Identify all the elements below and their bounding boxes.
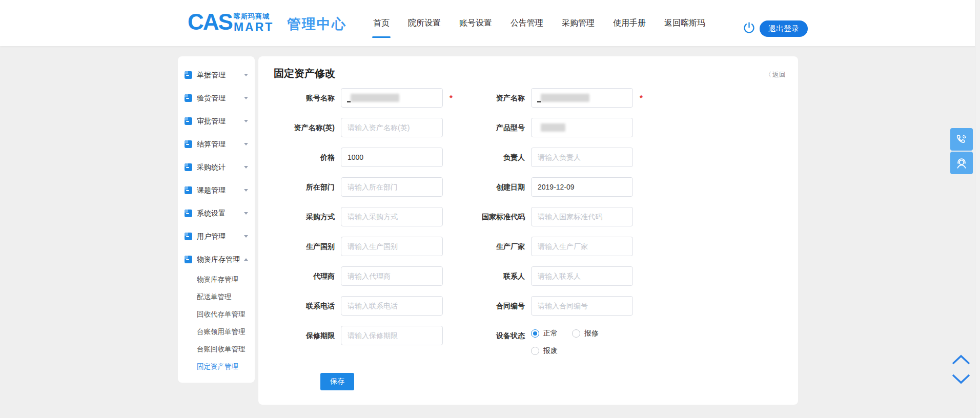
- chevron-down-icon: [244, 189, 248, 192]
- casmart-logo[interactable]: CAS 喀斯玛商城 MART: [188, 11, 274, 33]
- asset-name-en-label: 资产名称(英): [258, 118, 335, 137]
- sidebar-item-project-management[interactable]: 课题管理: [178, 179, 255, 202]
- fixed-asset-form: 账号名称 * 资产名称 * 资产名称(英): [258, 83, 798, 359]
- asset-name-input[interactable]: [531, 88, 633, 108]
- admin-center-title: 管理中心: [287, 15, 346, 33]
- sidebar-item-approval-management[interactable]: 审批管理: [178, 110, 255, 133]
- nav-home[interactable]: 首页: [373, 18, 390, 29]
- nav-purchase-management[interactable]: 采购管理: [562, 18, 595, 29]
- sidebar-subitem-fixed-asset-management[interactable]: 固定资产管理: [178, 358, 255, 375]
- purchase-method-label: 采购方式: [258, 207, 335, 226]
- sidebar-item-inspection-management[interactable]: 验货管理: [178, 87, 255, 110]
- purchase-method-input[interactable]: [341, 207, 443, 226]
- price-input[interactable]: [341, 148, 443, 167]
- asset-name-en-input[interactable]: [341, 118, 443, 137]
- product-model-input[interactable]: [531, 118, 633, 137]
- logout-button[interactable]: 退出登录: [760, 20, 808, 37]
- nav-institute-settings[interactable]: 院所设置: [408, 18, 441, 29]
- contact-phone-label: 联系电话: [258, 296, 335, 316]
- contact-person-input[interactable]: [531, 266, 633, 286]
- chevron-up-icon: [951, 353, 971, 366]
- phone-icon: [955, 133, 968, 145]
- sidebar-item-purchase-statistics[interactable]: 采购统计: [178, 156, 255, 179]
- logo-cas-text: CAS: [188, 11, 232, 33]
- create-date-label: 创建日期: [463, 177, 525, 197]
- scroll-to-bottom-button[interactable]: [951, 373, 971, 385]
- create-date-input[interactable]: [531, 177, 633, 197]
- redacted-value: [347, 101, 351, 102]
- document-icon: [185, 233, 192, 240]
- manufacturer-input[interactable]: [531, 237, 633, 256]
- account-name-label: 账号名称: [258, 88, 335, 108]
- contract-number-input[interactable]: [531, 296, 633, 316]
- sidebar-subitem-material-inventory-management[interactable]: 物资库存管理: [178, 271, 255, 288]
- phone-contact-button[interactable]: [950, 128, 973, 151]
- customer-service-button[interactable]: [950, 152, 973, 174]
- nav-user-manual[interactable]: 使用手册: [613, 18, 646, 29]
- agent-input[interactable]: [341, 266, 443, 286]
- contact-person-label: 联系人: [463, 266, 525, 286]
- sidebar-item-material-inventory[interactable]: 物资库存管理: [178, 248, 255, 271]
- radio-unselected-icon: [572, 329, 580, 338]
- department-input[interactable]: [341, 177, 443, 197]
- contract-number-label: 合同编号: [463, 296, 525, 316]
- document-icon: [185, 163, 192, 171]
- required-asterisk: *: [633, 88, 654, 108]
- sidebar-subitem-ledger-receive-management[interactable]: 台账领用单管理: [178, 323, 255, 341]
- agent-label: 代理商: [258, 266, 335, 286]
- sidebar-subitem-delivery-note-management[interactable]: 配送单管理: [178, 288, 255, 306]
- manufacturer-label: 生产厂家: [463, 237, 525, 256]
- required-asterisk: *: [443, 88, 463, 108]
- top-header: CAS 喀斯玛商城 MART 管理中心 首页 院所设置 账号设置 公告管理 采购…: [0, 0, 980, 46]
- document-icon: [185, 186, 192, 194]
- nav-announcement-management[interactable]: 公告管理: [511, 18, 543, 29]
- asset-name-label: 资产名称: [463, 88, 525, 108]
- device-status-label: 设备状态: [463, 326, 525, 345]
- price-label: 价格: [258, 148, 335, 167]
- floating-contact-buttons: [950, 128, 973, 174]
- sidebar-subitem-ledger-recycle-management[interactable]: 台账回收单管理: [178, 341, 255, 358]
- chevron-down-icon: [244, 166, 248, 169]
- sidebar-subitem-recycle-storage-management[interactable]: 回收代存单管理: [178, 306, 255, 323]
- chevron-down-icon: [244, 97, 248, 99]
- sidebar-menu: 单据管理 验货管理 审批管理 结算管理 采购统计 课题管理 系统设置 用户管理: [178, 56, 255, 383]
- chevron-down-icon: [244, 74, 248, 76]
- radio-selected-icon: [531, 329, 539, 338]
- national-standard-code-input[interactable]: [531, 207, 633, 226]
- warranty-period-input[interactable]: [341, 326, 443, 345]
- sidebar-item-settlement-management[interactable]: 结算管理: [178, 133, 255, 156]
- sidebar-item-system-settings[interactable]: 系统设置: [178, 202, 255, 225]
- device-status-radio-scrap[interactable]: 报废: [531, 343, 558, 359]
- save-button[interactable]: 保存: [320, 373, 354, 390]
- power-icon[interactable]: [742, 21, 756, 35]
- scrollbar[interactable]: [975, 0, 980, 418]
- nav-return-casmart[interactable]: 返回喀斯玛: [664, 18, 705, 29]
- account-name-input[interactable]: [341, 88, 443, 108]
- contact-phone-input[interactable]: [341, 296, 443, 316]
- scroll-to-top-button[interactable]: [951, 353, 971, 366]
- page-title: 固定资产修改: [274, 67, 335, 80]
- document-icon: [185, 94, 192, 102]
- chevron-down-icon: [244, 235, 248, 238]
- sidebar-item-user-management[interactable]: 用户管理: [178, 225, 255, 248]
- production-country-input[interactable]: [341, 237, 443, 256]
- logo-mart-text: MART: [234, 21, 274, 33]
- device-status-radio-repair[interactable]: 报修: [572, 326, 599, 341]
- production-country-label: 生产国别: [258, 237, 335, 256]
- customer-service-icon: [955, 156, 968, 170]
- document-icon: [185, 140, 192, 148]
- redacted-value: [351, 94, 399, 102]
- redacted-value: [541, 123, 565, 132]
- back-chevron-icon: 〈: [765, 70, 771, 79]
- department-label: 所在部门: [258, 177, 335, 197]
- back-link[interactable]: 〈 返回: [765, 70, 786, 79]
- chevron-down-icon: [244, 120, 248, 122]
- redacted-value: [537, 101, 541, 102]
- manager-input[interactable]: [531, 148, 633, 167]
- device-status-radio-normal[interactable]: 正常: [531, 326, 558, 341]
- national-standard-code-label: 国家标准代码: [463, 207, 525, 226]
- document-icon: [185, 256, 192, 263]
- redacted-value: [541, 94, 589, 102]
- nav-account-settings[interactable]: 账号设置: [459, 18, 492, 29]
- sidebar-item-bill-management[interactable]: 单据管理: [178, 64, 255, 87]
